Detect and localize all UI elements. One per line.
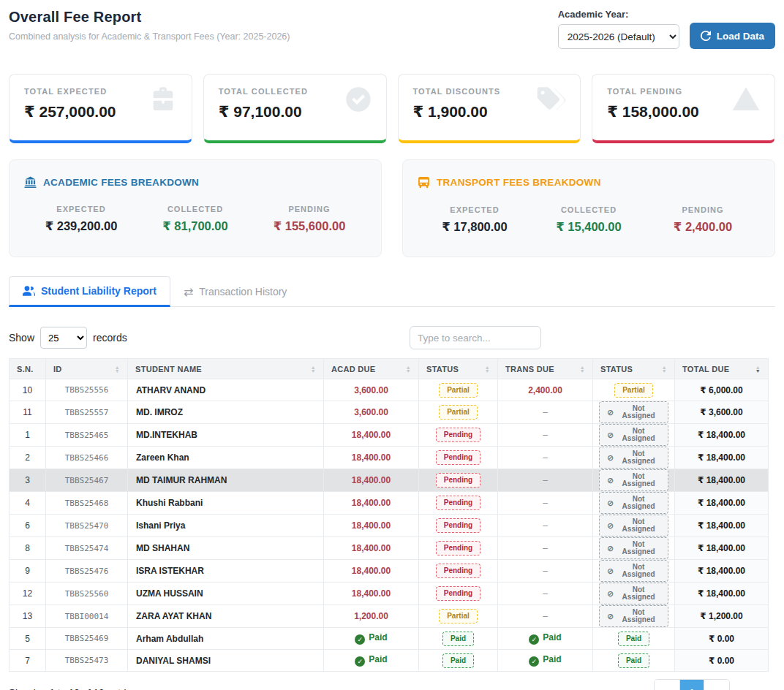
cell-sn: 6 (10, 515, 46, 537)
warning-triangle-icon (731, 85, 761, 114)
col-header-status-trans[interactable]: STATUS▲▼ (593, 359, 675, 379)
table-row[interactable]: 11TBBS25557MD. IMROZ3,600.00Partial–⊘Not… (10, 401, 769, 424)
tab-transaction-history[interactable]: ⇄ Transaction History (170, 276, 300, 307)
tab-student-liability-report[interactable]: Student Liability Report (9, 276, 170, 307)
cell-student-name: DANIYAL SHAMSI (128, 650, 324, 672)
prev-page-button[interactable]: ‹ (655, 680, 679, 690)
pagination: ‹ 1 › (654, 679, 730, 690)
transport-expected: EXPECTED ₹ 17,800.00 (418, 205, 532, 234)
stat-card-total-pending: TOTAL PENDING ₹ 158,000.00 (592, 74, 775, 143)
transport-breakdown-values: EXPECTED ₹ 17,800.00 COLLECTED ₹ 15,400.… (418, 205, 760, 234)
cell-trans-status: ⊘Not Assigned (593, 469, 675, 492)
cell-acad-status: Partial (419, 605, 498, 628)
load-data-button[interactable]: Load Data (690, 23, 775, 49)
cell-total-due: ₹ 0.00 (675, 628, 769, 650)
cell-trans-due: – (498, 424, 593, 447)
breakdown-cards-row: ACADEMIC FEES BREAKDOWN EXPECTED ₹ 239,2… (9, 159, 775, 257)
cell-student-id: TBBS25557 (46, 401, 128, 424)
cell-trans-due: – (498, 447, 593, 469)
academic-year-select[interactable]: 2025-2026 (Default) (558, 24, 679, 49)
check-circle-icon: ✓ (355, 656, 365, 667)
transport-fees-breakdown-card: TRANSPORT FEES BREAKDOWN EXPECTED ₹ 17,8… (402, 159, 775, 257)
cell-student-name: MD. IMROZ (128, 401, 324, 424)
sort-icon: ▲▼ (115, 365, 120, 373)
academic-expected: EXPECTED ₹ 239,200.00 (24, 205, 138, 233)
table-row[interactable]: 10TBBS25556ATHARV ANAND3,600.00Partial2,… (10, 379, 769, 401)
page-number-button[interactable]: 1 (679, 680, 704, 690)
transport-breakdown-header: TRANSPORT FEES BREAKDOWN (418, 176, 760, 189)
table-row[interactable]: 9TBBS25476ISRA ISTEKHAR18,400.00Pending–… (10, 560, 769, 583)
sort-icon: ▲▼ (580, 365, 585, 373)
refresh-icon (701, 31, 711, 41)
cell-acad-due: 18,400.00 (324, 583, 419, 605)
table-row[interactable]: 13TBBI00014ZARA AYAT KHAN1,200.00Partial… (10, 605, 769, 628)
table-header-row: S.N. ID▲▼ STUDENT NAME▲▼ ACAD DUE▲▼ STAT… (10, 359, 769, 379)
table-row[interactable]: 12TBBS25560UZMA HUSSAIN18,400.00Pending–… (10, 583, 769, 605)
load-data-label: Load Data (717, 31, 764, 42)
col-header-acad-due[interactable]: ACAD DUE▲▼ (324, 359, 419, 379)
col-header-trans-due[interactable]: TRANS DUE▲▼ (498, 359, 593, 379)
col-header-status-acad[interactable]: STATUS▲▼ (419, 359, 498, 379)
table-row[interactable]: 7TBBS25473DANIYAL SHAMSI✓PaidPaid✓PaidPa… (10, 650, 769, 672)
table-footer: Showing 1 to 13 of 13 entries ‹ 1 › (9, 679, 775, 690)
cell-acad-status: Pending (419, 447, 498, 469)
cell-sn: 11 (10, 401, 46, 424)
table-body: 10TBBS25556ATHARV ANAND3,600.00Partial2,… (10, 379, 769, 672)
slash-circle-icon: ⊘ (607, 409, 614, 417)
check-circle-icon (344, 85, 373, 114)
academic-collected: COLLECTED ₹ 81,700.00 (138, 205, 252, 233)
cell-total-due: ₹ 0.00 (675, 650, 769, 672)
cell-trans-due: – (498, 492, 593, 515)
cell-total-due: ₹ 18,400.00 (675, 537, 769, 560)
col-header-sn[interactable]: S.N. (10, 359, 46, 379)
cell-trans-due: – (498, 401, 593, 424)
cell-trans-status: ⊘Not Assigned (593, 447, 675, 469)
cell-trans-due: – (498, 605, 593, 628)
search-input[interactable] (410, 326, 541, 349)
cell-sn: 8 (10, 537, 46, 560)
slash-circle-icon: ⊘ (607, 477, 614, 485)
col-header-id[interactable]: ID▲▼ (46, 359, 128, 379)
table-row[interactable]: 5TBBS25469Arham Abdullah✓PaidPaid✓PaidPa… (10, 628, 769, 650)
page-size-select[interactable]: 25 (40, 327, 87, 349)
cell-acad-status: Pending (419, 424, 498, 447)
status-badge: ⊘Not Assigned (599, 447, 668, 469)
header-actions: Academic Year: 2025-2026 (Default) Load … (558, 9, 775, 49)
status-badge: Partial (439, 383, 478, 398)
cell-trans-status: ⊘Not Assigned (593, 583, 675, 605)
table-row[interactable]: 8TBBS25474MD SHAHAN18,400.00Pending–⊘Not… (10, 537, 769, 560)
cell-trans-status: ⊘Not Assigned (593, 515, 675, 537)
table-controls: Show 25 records (9, 326, 775, 349)
cell-acad-due: 18,400.00 (324, 515, 419, 537)
table-row[interactable]: 4TBBS25468Khushi Rabbani18,400.00Pending… (10, 492, 769, 515)
cell-student-name: MD.INTEKHAB (128, 424, 324, 447)
table-row[interactable]: 1TBBS25465MD.INTEKHAB18,400.00Pending–⊘N… (10, 424, 769, 447)
pending-label: PENDING (646, 205, 760, 214)
slash-circle-icon: ⊘ (607, 613, 614, 621)
check-circle-icon: ✓ (355, 634, 365, 645)
pending-label: PENDING (252, 205, 366, 213)
cell-student-name: UZMA HUSSAIN (128, 583, 324, 605)
status-badge: Paid (442, 632, 474, 646)
cell-total-due: ₹ 18,400.00 (675, 447, 769, 469)
table-row[interactable]: 3TBBS25467MD TAIMUR RAHMAN18,400.00Pendi… (10, 469, 769, 492)
status-badge: ⊘Not Assigned (599, 401, 668, 423)
col-header-total-due[interactable]: TOTAL DUE▲▼ (675, 359, 769, 379)
status-badge: Pending (436, 428, 480, 442)
cell-acad-status: Pending (419, 583, 498, 605)
cell-sn: 2 (10, 447, 46, 469)
next-page-button[interactable]: › (704, 680, 729, 690)
cell-student-id: TBBS25474 (46, 537, 128, 560)
cell-trans-status: Paid (593, 628, 675, 650)
table-row[interactable]: 2TBBS25466Zareen Khan18,400.00Pending–⊘N… (10, 447, 769, 469)
academic-year-label: Academic Year: (558, 9, 679, 20)
cell-student-id: TBBS25469 (46, 628, 128, 650)
col-header-student-name[interactable]: STUDENT NAME▲▼ (128, 359, 324, 379)
pending-value: ₹ 2,400.00 (646, 220, 760, 234)
table-row[interactable]: 6TBBS25470Ishani Priya18,400.00Pending–⊘… (10, 515, 769, 537)
status-badge: Pending (436, 496, 480, 510)
cell-student-name: MD TAIMUR RAHMAN (128, 469, 324, 492)
cell-student-id: TBBS25473 (46, 650, 128, 672)
academic-breakdown-values: EXPECTED ₹ 239,200.00 COLLECTED ₹ 81,700… (24, 205, 366, 233)
cell-acad-status: Pending (419, 515, 498, 537)
